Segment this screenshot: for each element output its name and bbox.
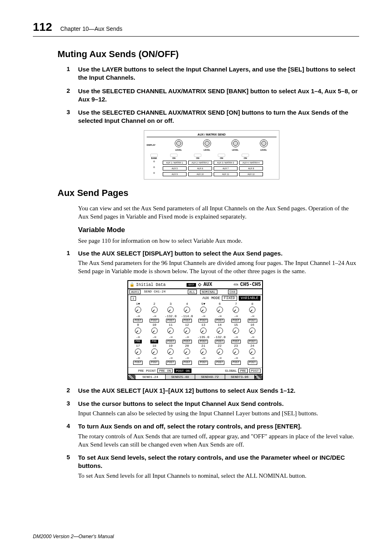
pre-post-pill: PRE (150, 340, 158, 344)
global-label: GLOBAL (225, 369, 237, 373)
section-aux-pages-title: Aux Send Pages (58, 188, 359, 198)
global-pre-pill: PRE (238, 368, 247, 373)
lcd-bar2: AUX1 SEND CH1-24 ALL NOMINAL CH4 (128, 289, 262, 295)
lock-icon: 🔒 (129, 282, 134, 287)
step: 1 Use the LAYER buttons to select the In… (62, 65, 359, 82)
sub-intro-paragraph: See page 110 for information on how to s… (78, 237, 359, 245)
svg-line-11 (152, 310, 154, 312)
post-on-pill: POST ON (174, 368, 191, 373)
step-number: 1 (62, 65, 78, 82)
step: 3 Use the SELECTED CHANNEL AUX/MATRIX SE… (62, 108, 359, 125)
knob-icon (134, 327, 142, 334)
channel-number: 5♥ (196, 302, 211, 306)
channel-number: 23 (228, 344, 244, 348)
level-value: -∞ (228, 315, 244, 318)
step: 5 To set Aux Send levels, select the rot… (62, 454, 359, 480)
on-button (218, 154, 225, 157)
step-number: 1 (62, 249, 78, 276)
step: 2 Use the AUX SELECT [AUX 1]–[AUX 12] bu… (62, 387, 359, 395)
chapter-title: Chapter 10—Aux Sends (60, 25, 122, 32)
aux-label: AUX 9 (163, 172, 187, 176)
channel-number: 14 (212, 323, 228, 327)
knob-icon (134, 306, 142, 313)
edit-indicator: EDIT (187, 283, 196, 287)
all-pill: ALL (188, 290, 197, 294)
aux-send-lcd-figure: 🔒 Initial Data EDIT AUX 48k CH5-CH5 AUX1… (127, 280, 263, 380)
step-text: Use the AUX SELECT [AUX 1]–[AUX 12] butt… (78, 387, 359, 395)
channel-number: 19 (163, 344, 178, 348)
pre-post-pill: POST (133, 361, 143, 365)
knob-icon (174, 139, 183, 148)
channel-number: 10 (147, 323, 162, 327)
scroll-right-icon: ▶ (255, 375, 262, 379)
pre-post-pill: POST (215, 361, 224, 365)
knob-grid: 1♥-∞POST2-∞POST3-132.0POST4-114.0POST5♥-… (128, 302, 262, 367)
step-text: To set Aux Send levels, select the rotar… (78, 454, 359, 470)
knob-cell: 24-∞POST (244, 344, 260, 364)
level-knob: LEVEL (196, 139, 218, 151)
step: 2 Use the SELECTED CHANNEL AUX/MATRIX SE… (62, 87, 359, 104)
svg-line-43 (152, 352, 154, 354)
intro-paragraph: You can view and set the Aux Send parame… (78, 204, 359, 221)
led-icon (153, 166, 155, 168)
level-value: -∞ (212, 357, 228, 360)
step-text: Use the SELECTED CHANNEL AUX/MATRIX SEND… (78, 108, 359, 125)
knob-icon (200, 348, 207, 355)
lcd-bottom-row: PRE POINT PRE ON POST ON GLOBAL PRE POST (128, 367, 262, 374)
knob-cell: 15-∞POST (228, 323, 244, 343)
pre-post-pill: POST (182, 340, 192, 344)
channel-number: 20 (179, 344, 195, 348)
level-value: -∞ (228, 357, 244, 360)
aux-label: AUX 8 (239, 166, 263, 170)
step-number: 2 (62, 387, 78, 395)
level-value: -∞ (130, 315, 146, 318)
step: 3 Use the cursor buttons to select the I… (62, 400, 359, 418)
knob-cell: 10-∞PRE (147, 323, 162, 343)
knob-icon (216, 306, 224, 313)
svg-line-21 (234, 310, 236, 312)
step: 1 Use the AUX SELECT [DISPLAY] button to… (62, 249, 359, 276)
knob-icon (216, 348, 224, 355)
knob-icon (151, 306, 158, 313)
led-icon (153, 172, 155, 174)
knob-cell: 21-∞POST (196, 344, 211, 364)
knob-icon (231, 139, 240, 148)
pre-post-pill: POST (231, 340, 241, 344)
diamond-icon (198, 283, 201, 286)
level-value: -135.0 (196, 336, 211, 339)
knob-cell: 11-∞POST (163, 323, 178, 343)
svg-line-19 (218, 310, 220, 312)
display-label: DISPLAY (147, 144, 161, 146)
tab-send49-72: SEND49-72 (195, 375, 225, 379)
knob-cell: 16-∞POST (244, 323, 260, 343)
knob-icon (259, 139, 268, 148)
step-text: Use the LAYER buttons to select the Inpu… (78, 65, 359, 82)
svg-line-35 (218, 331, 220, 333)
aux-label: AUX 3 / MATRIX 3 (214, 161, 238, 165)
on-button (194, 154, 201, 157)
pre-post-pill: POST (248, 361, 257, 365)
pre-post-pill: POST (150, 319, 159, 323)
knob-cell: 19-∞POST (163, 344, 178, 364)
step-number: 2 (62, 87, 78, 104)
knob-cell: 18-∞POST (147, 344, 162, 364)
svg-line-51 (218, 352, 220, 354)
lcd-channel: CH5-CH5 (240, 282, 261, 288)
scroll-left-icon (128, 375, 136, 379)
on-button (242, 154, 249, 157)
svg-line-29 (169, 331, 171, 333)
pre-post-pill: POST (215, 319, 224, 323)
step-text: To turn Aux Sends on and off, select the… (78, 422, 359, 431)
svg-line-33 (201, 331, 203, 333)
sample-rate-icon: 48k (233, 283, 239, 286)
svg-line-39 (251, 331, 253, 333)
step-description: Input Channels can also be selected by u… (78, 409, 359, 417)
pre-post-pill: POST (133, 319, 143, 323)
pre-on-pill: PRE ON (157, 368, 173, 373)
step-number: 3 (62, 108, 78, 125)
svg-line-25 (136, 331, 138, 333)
knob-icon (249, 327, 256, 334)
level-value: -∞ (130, 357, 146, 360)
channel-number: 24 (244, 344, 260, 348)
channel-number: 13 (196, 323, 211, 327)
